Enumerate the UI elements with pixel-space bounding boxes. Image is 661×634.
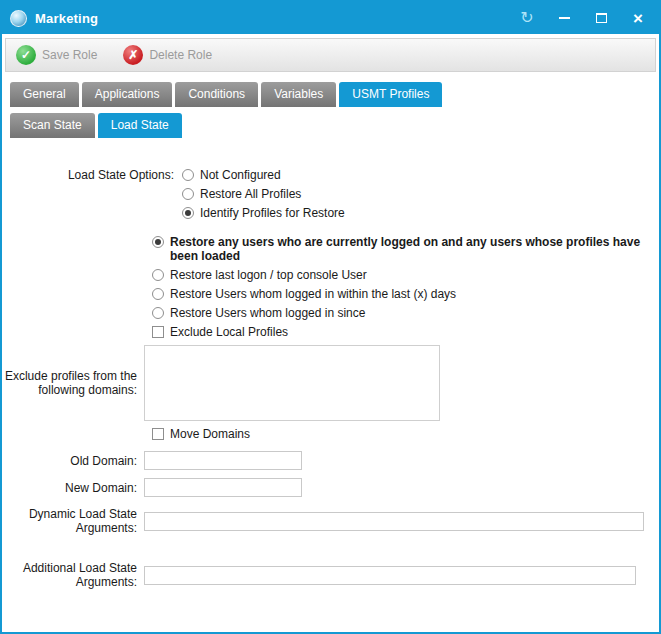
new-domain-row: New Domain: (2, 478, 659, 497)
tab-conditions[interactable]: Conditions (175, 82, 258, 107)
radio-restore-since[interactable] (152, 307, 164, 319)
exclude-domains-label: Exclude profiles from the following doma… (2, 369, 144, 397)
move-domains-label: Move Domains (170, 427, 250, 441)
load-state-options-row: Load State Options: Not Configured Resto… (2, 168, 659, 225)
tab-load-state[interactable]: Load State (98, 113, 182, 138)
load-state-options-label: Load State Options: (2, 168, 182, 225)
option-restore-logged-on-users-label: Restore any users who are currently logg… (170, 235, 654, 263)
restore-options-group: Restore any users who are currently logg… (152, 235, 654, 320)
radio-identify-profiles[interactable] (182, 207, 194, 219)
radio-not-configured[interactable] (182, 169, 194, 181)
option-identify-profiles-label: Identify Profiles for Restore (200, 206, 345, 220)
old-domain-row: Old Domain: (2, 451, 659, 470)
option-restore-since-label: Restore Users whom logged in since (170, 306, 365, 320)
tab-applications[interactable]: Applications (82, 82, 173, 107)
option-restore-last-x-days-label: Restore Users whom logged in within the … (170, 287, 456, 301)
delete-role-button[interactable]: ✗ Delete Role (123, 45, 212, 65)
exclude-local-profiles-checkbox[interactable] (152, 326, 164, 338)
old-domain-input[interactable] (144, 451, 302, 470)
option-restore-last-x-days: Restore Users whom logged in within the … (152, 287, 654, 301)
tab-general[interactable]: General (10, 82, 79, 107)
close-icon: × (633, 10, 643, 27)
new-domain-label: New Domain: (2, 481, 144, 495)
window-controls: ↻ × (520, 9, 645, 27)
exclude-local-profiles-row: Exclude Local Profiles (152, 325, 659, 339)
radio-restore-logged-on-users[interactable] (152, 236, 164, 248)
refresh-button[interactable]: ↻ (520, 9, 534, 27)
app-icon (10, 10, 27, 27)
option-restore-logged-on-users: Restore any users who are currently logg… (152, 235, 654, 263)
option-restore-last-logon-label: Restore last logon / top console User (170, 268, 367, 282)
maximize-button[interactable] (594, 9, 608, 27)
additional-args-label: Additional Load State Arguments: (2, 561, 144, 589)
exclude-domains-textarea[interactable] (144, 345, 440, 421)
radio-restore-last-x-days[interactable] (152, 288, 164, 300)
delete-x-icon: ✗ (123, 45, 143, 65)
option-not-configured: Not Configured (182, 168, 345, 182)
tab-usmt-profiles[interactable]: USMT Profiles (339, 82, 442, 107)
dynamic-args-label: Dynamic Load State Arguments: (2, 507, 144, 535)
option-restore-all-profiles: Restore All Profiles (182, 187, 345, 201)
maximize-icon (596, 13, 607, 23)
option-not-configured-label: Not Configured (200, 168, 281, 182)
radio-restore-last-logon[interactable] (152, 269, 164, 281)
tab-scan-state[interactable]: Scan State (10, 113, 95, 138)
save-role-label: Save Role (42, 48, 97, 62)
option-restore-since: Restore Users whom logged in since (152, 306, 654, 320)
primary-tab-strip: General Applications Conditions Variable… (10, 82, 659, 107)
radio-restore-all-profiles[interactable] (182, 188, 194, 200)
option-identify-profiles: Identify Profiles for Restore (182, 206, 345, 220)
option-restore-all-profiles-label: Restore All Profiles (200, 187, 301, 201)
additional-args-input[interactable] (144, 566, 636, 585)
marketing-role-window: Marketing ↻ × ✓ Save Role ✗ Delete Role … (0, 0, 661, 634)
secondary-tab-strip: Scan State Load State (10, 113, 659, 138)
option-restore-last-logon: Restore last logon / top console User (152, 268, 654, 282)
save-role-button[interactable]: ✓ Save Role (16, 45, 97, 65)
delete-role-label: Delete Role (149, 48, 212, 62)
new-domain-input[interactable] (144, 478, 302, 497)
save-check-icon: ✓ (16, 45, 36, 65)
load-state-options-group: Not Configured Restore All Profiles Iden… (182, 168, 345, 225)
minimize-button[interactable] (557, 9, 571, 27)
minimize-icon (559, 17, 570, 19)
exclude-local-profiles-label: Exclude Local Profiles (170, 325, 288, 339)
tab-variables[interactable]: Variables (261, 82, 336, 107)
exclude-domains-row: Exclude profiles from the following doma… (2, 345, 659, 421)
dynamic-args-input[interactable] (144, 512, 644, 531)
move-domains-row: Move Domains (152, 427, 659, 441)
titlebar: Marketing ↻ × (2, 2, 659, 34)
old-domain-label: Old Domain: (2, 454, 144, 468)
window-title: Marketing (35, 11, 98, 26)
additional-args-row: Additional Load State Arguments: (2, 561, 659, 589)
refresh-icon: ↻ (520, 10, 533, 26)
dynamic-args-row: Dynamic Load State Arguments: (2, 507, 659, 535)
toolbar: ✓ Save Role ✗ Delete Role (5, 38, 656, 72)
move-domains-checkbox[interactable] (152, 428, 164, 440)
close-button[interactable]: × (631, 9, 645, 27)
load-state-panel: Load State Options: Not Configured Resto… (2, 138, 659, 589)
